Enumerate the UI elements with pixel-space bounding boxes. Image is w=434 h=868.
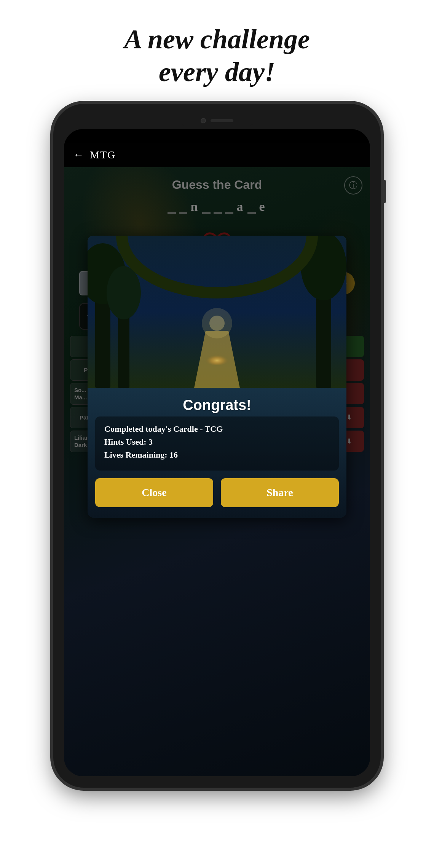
modal-overlay: Congrats! Completed today's Cardle - TCG… [64, 167, 370, 776]
modal-buttons: Close Share [88, 478, 346, 518]
congrats-modal: Congrats! Completed today's Cardle - TCG… [88, 236, 346, 518]
camera-icon [201, 118, 206, 123]
svg-point-4 [107, 266, 141, 319]
phone-screen: ← MTG ⓘ Guess the Card n a [64, 129, 370, 776]
completed-text: Completed today's Cardle - TCG [104, 424, 330, 434]
game-area: ⓘ Guess the Card n a e [64, 167, 370, 776]
card-art-svg [88, 236, 346, 388]
speaker-icon [211, 119, 233, 122]
share-button[interactable]: Share [221, 478, 339, 507]
tagline-line2: every day! [159, 57, 275, 87]
top-bar: ← MTG [64, 143, 370, 167]
card-art [88, 236, 346, 388]
phone-shell: ← MTG ⓘ Guess the Card n a [53, 104, 381, 788]
lives-remaining: Lives Remaining: 16 [104, 450, 330, 460]
svg-point-11 [209, 316, 225, 331]
stats-area: Completed today's Cardle - TCG Hints Use… [95, 416, 339, 471]
close-button[interactable]: Close [95, 478, 213, 507]
status-bar [64, 129, 370, 143]
hints-used: Hints Used: 3 [104, 437, 330, 447]
tagline-line1: A new challenge [124, 24, 310, 54]
back-button[interactable]: ← [73, 149, 84, 161]
phone-notch [179, 115, 255, 126]
app-title: MTG [90, 149, 116, 161]
congrats-title: Congrats! [88, 388, 346, 416]
volume-button [383, 180, 386, 203]
tagline: A new challenge every day! [0, 0, 434, 104]
